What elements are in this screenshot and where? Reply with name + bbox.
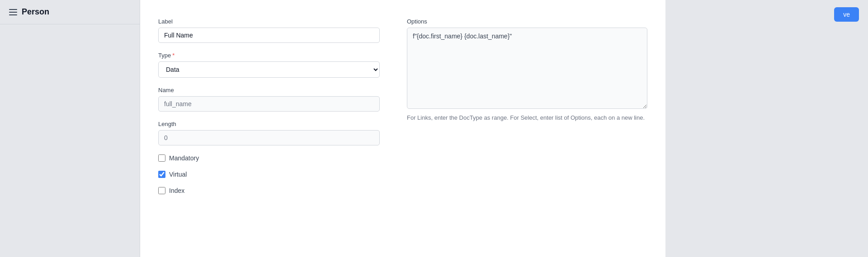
mandatory-label[interactable]: Mandatory	[169, 154, 199, 162]
sidebar-header: Person	[0, 0, 140, 24]
options-field-group: Options f"{doc.first_name} {doc.last_nam…	[407, 18, 647, 109]
form-right: Options f"{doc.first_name} {doc.last_nam…	[398, 0, 665, 257]
type-field-label: Type*	[158, 52, 380, 59]
sidebar: Person	[0, 0, 140, 257]
index-checkbox-group: Index	[158, 187, 380, 194]
options-hint: For Links, enter the DocType as range. F…	[407, 113, 647, 122]
type-select[interactable]: Data Link Select Text Check Int Float Da…	[158, 61, 380, 78]
type-field-group: Type* Data Link Select Text Check Int Fl…	[158, 52, 380, 78]
mandatory-checkbox[interactable]	[158, 154, 165, 162]
label-field-group: Label	[158, 18, 380, 43]
options-label: Options	[407, 18, 647, 25]
label-input[interactable]	[158, 28, 380, 43]
form-panel: Label Type* Data Link Select Text Check …	[140, 0, 665, 257]
mandatory-checkbox-group: Mandatory	[158, 154, 380, 162]
index-checkbox[interactable]	[158, 187, 165, 194]
virtual-checkbox-group: Virtual	[158, 171, 380, 178]
name-field-group: Name	[158, 87, 380, 112]
length-field-group: Length	[158, 121, 380, 145]
page-title: Person	[22, 7, 49, 17]
right-panel: ve	[665, 0, 868, 257]
label-field-label: Label	[158, 18, 380, 25]
virtual-label[interactable]: Virtual	[169, 171, 187, 178]
name-input[interactable]	[158, 96, 380, 112]
length-field-label: Length	[158, 121, 380, 127]
options-textarea[interactable]: f"{doc.first_name} {doc.last_name}"	[407, 28, 647, 109]
hamburger-icon[interactable]	[9, 9, 17, 15]
save-button[interactable]: ve	[834, 7, 859, 22]
required-indicator: *	[172, 52, 175, 59]
length-input[interactable]	[158, 130, 380, 145]
form-left: Label Type* Data Link Select Text Check …	[140, 0, 398, 257]
index-label[interactable]: Index	[169, 187, 184, 194]
name-field-label: Name	[158, 87, 380, 93]
virtual-checkbox[interactable]	[158, 171, 165, 178]
